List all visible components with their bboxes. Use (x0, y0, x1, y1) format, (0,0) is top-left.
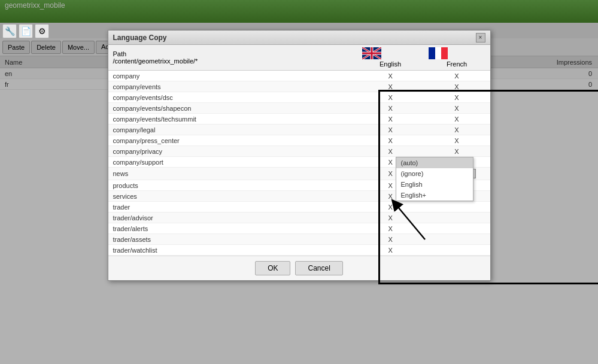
path-cell: company (108, 71, 357, 81)
modal-table-container: Path /content/geometrixx_mobile/* (108, 45, 490, 256)
fr-cell: X (424, 125, 490, 135)
toolbar-icon-3[interactable]: ⚙ (35, 24, 49, 38)
table-row: trader/advisorX (108, 213, 490, 223)
path-cell: company/events/shapecon (108, 103, 357, 114)
modal-titlebar: Language Copy × (108, 31, 490, 45)
svg-rect-3 (429, 47, 435, 59)
en-cell: X (357, 125, 424, 135)
path-cell: company/legal (108, 125, 357, 135)
path-cell: news (108, 168, 357, 180)
dropdown-option-english[interactable]: English (396, 179, 473, 190)
en-cell: X (357, 234, 424, 245)
path-cell: services (108, 191, 357, 202)
path-cell: company/events/techsummit (108, 114, 357, 125)
table-row: company/legalXX (108, 125, 490, 135)
en-cell: X (357, 245, 424, 256)
en-cell: X (357, 223, 424, 234)
table-row: company/events/techsummitXX (108, 114, 490, 125)
en-cell: X (357, 71, 424, 81)
fr-cell: X (424, 71, 490, 81)
table-row: company/privacyXX (108, 146, 490, 157)
table-row: companyXX (108, 71, 490, 81)
language-table: Path /content/geometrixx_mobile/* (108, 45, 490, 256)
fr-cell: X (424, 114, 490, 125)
en-cell: X (357, 135, 424, 146)
fr-cell: X (424, 146, 490, 157)
modal-title: Language Copy (113, 34, 167, 42)
path-cell: products (108, 180, 357, 191)
french-label: French (429, 60, 485, 68)
fr-cell (424, 213, 490, 223)
ok-button[interactable]: OK (255, 261, 290, 275)
dropdown-option-ignore[interactable]: (ignore) (396, 168, 473, 179)
en-cell: X (357, 114, 424, 125)
path-cell: trader/watchlist (108, 245, 357, 256)
table-row: company/events/shapeconXX (108, 103, 490, 114)
table-row: company/eventsXX (108, 81, 490, 92)
en-cell: X (357, 202, 424, 213)
path-cell: trader/advisor (108, 213, 357, 223)
table-row: trader/assetsX (108, 234, 490, 245)
french-header: French (424, 45, 490, 71)
table-row: trader/watchlistX (108, 245, 490, 256)
cancel-button[interactable]: Cancel (295, 261, 342, 275)
path-cell: company/events/dsc (108, 92, 357, 103)
path-cell: trader (108, 202, 357, 213)
fr-cell (424, 234, 490, 245)
path-cell: trader/assets (108, 234, 357, 245)
path-cell: company/events (108, 81, 357, 92)
path-cell: company/press_center (108, 135, 357, 146)
table-row: company/events/dscXX (108, 92, 490, 103)
modal-overlay: Language Copy × Path /content/geometrixx… (0, 0, 598, 364)
fr-cell: X (424, 81, 490, 92)
table-row: company/press_centerXX (108, 135, 490, 146)
fr-cell: X (424, 103, 490, 114)
table-row: trader/alertsX (108, 223, 490, 234)
uk-flag-icon (362, 47, 381, 59)
path-cell: company/privacy (108, 146, 357, 157)
modal-footer: OK Cancel (108, 256, 490, 280)
toolbar-icon-2[interactable]: 📄 (19, 24, 33, 38)
dropdown-option-auto[interactable]: (auto) (396, 157, 473, 168)
path-header: Path /content/geometrixx_mobile/* (108, 45, 357, 71)
en-cell: X (357, 81, 424, 92)
en-cell: X (357, 146, 424, 157)
french-flag-icon (429, 47, 448, 59)
english-label: English (362, 60, 419, 68)
modal-close-button[interactable]: × (476, 33, 485, 43)
fr-cell (424, 202, 490, 213)
table-row: traderX (108, 202, 490, 213)
fr-cell: X (424, 92, 490, 103)
en-cell: X (357, 92, 424, 103)
path-cell: trader/alerts (108, 223, 357, 234)
fr-cell (424, 245, 490, 256)
toolbar-icon-1[interactable]: 🔧 (2, 24, 17, 38)
fr-cell (424, 223, 490, 234)
language-copy-modal: Language Copy × Path /content/geometrixx… (108, 30, 491, 281)
dropdown-option-english-plus[interactable]: English+ (396, 190, 473, 201)
english-header: English (357, 45, 424, 71)
dropdown-options-popup: (auto) (ignore) English English+ (396, 157, 473, 201)
en-cell: X (357, 213, 424, 223)
en-cell: X (357, 103, 424, 114)
path-cell: company/support (108, 157, 357, 168)
fr-cell: X (424, 135, 490, 146)
